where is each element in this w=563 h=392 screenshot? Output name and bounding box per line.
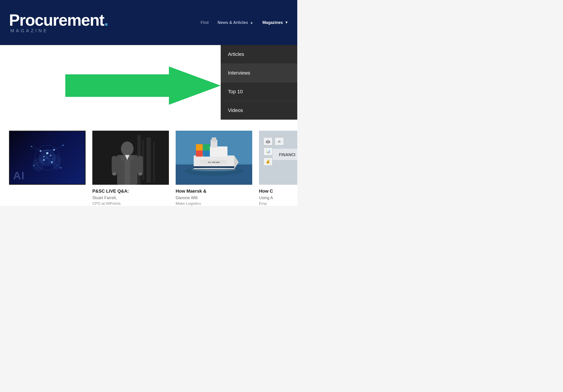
card-finance-excerpt: Emp (259, 201, 297, 206)
svg-rect-37 (112, 156, 117, 174)
card-psc-excerpt: CPO at AllPoints (92, 201, 169, 206)
card-finance[interactable]: 🤖 Ai 📊 FINANCI 💰 How C Using A Emp (259, 131, 297, 206)
content-area: Articles Interviews Top 10 Videos (0, 45, 297, 206)
nav-news-articles[interactable]: News & Articles ▲ (218, 18, 253, 27)
site-header: Procurement. MAGAZINE Find News & Articl… (0, 0, 297, 45)
find-link[interactable]: Find (201, 20, 208, 25)
logo-area[interactable]: Procurement. MAGAZINE (9, 12, 108, 33)
svg-text:💰: 💰 (266, 159, 270, 164)
svg-rect-52 (203, 144, 210, 150)
card-psc-subtitle: Stuart Farrell, (92, 195, 169, 201)
svg-rect-48 (212, 137, 216, 142)
cards-area: AI (0, 126, 297, 206)
nav-news-articles-chevron-icon: ▲ (250, 21, 253, 25)
card-psc[interactable]: P&SC LIVE Q&A: Stuart Farrell, CPO at Al… (92, 131, 169, 206)
svg-point-20 (62, 145, 64, 146)
svg-point-24 (52, 154, 61, 170)
logo-name: Procurement (9, 11, 104, 29)
svg-point-12 (46, 152, 48, 154)
nav-area: Find News & Articles ▲ Magazines ▼ (201, 18, 288, 27)
svg-text:🤖: 🤖 (266, 139, 270, 144)
dropdown-menu: Articles Interviews Top 10 Videos (221, 45, 297, 120)
svg-point-19 (31, 146, 32, 147)
nav-news-articles-label: News & Articles (218, 20, 248, 25)
card-maersk-subtitle: Danone Will (176, 195, 252, 201)
card-ai-image: AI (9, 131, 86, 185)
svg-rect-49 (196, 150, 203, 157)
logo-dot: . (104, 11, 108, 29)
svg-marker-0 (65, 66, 221, 105)
nav-magazines[interactable]: Magazines ▼ (262, 18, 288, 27)
dropdown-item-top10[interactable]: Top 10 (221, 82, 297, 101)
card-maersk[interactable]: ALL THE WAY How Maersk & Danone Will Mak… (176, 131, 252, 206)
svg-point-13 (50, 155, 51, 156)
card-maersk-image: ALL THE WAY (176, 131, 252, 185)
card-maersk-title: How Maersk & (176, 188, 252, 194)
nav-magazines-chevron-icon: ▼ (285, 21, 288, 25)
dropdown-videos-label: Videos (228, 107, 243, 113)
dropdown-item-videos[interactable]: Videos (221, 101, 297, 120)
svg-point-40 (138, 172, 142, 175)
finance-visual: 🤖 Ai 📊 FINANCI 💰 (259, 131, 297, 185)
svg-point-14 (43, 156, 45, 157)
dropdown-section: Articles Interviews Top 10 Videos (0, 45, 297, 126)
dropdown-top10-label: Top 10 (228, 89, 243, 94)
ai-text-overlay: AI (13, 170, 25, 182)
svg-text:📊: 📊 (266, 150, 270, 153)
svg-rect-28 (146, 137, 151, 183)
card-psc-image (92, 131, 169, 185)
card-finance-subtitle: Using A (259, 195, 297, 201)
card-psc-title: P&SC LIVE Q&A: (92, 188, 169, 194)
card-finance-image: 🤖 Ai 📊 FINANCI 💰 (259, 131, 297, 185)
svg-rect-38 (137, 156, 143, 174)
svg-point-21 (60, 167, 62, 169)
dropdown-item-articles[interactable]: Articles (221, 45, 297, 64)
card-finance-title: How C (259, 188, 297, 194)
card-maersk-excerpt: Make Logistics (176, 201, 252, 206)
svg-point-39 (112, 172, 117, 175)
svg-text:ALL THE WAY: ALL THE WAY (208, 161, 220, 163)
dropdown-articles-label: Articles (228, 51, 244, 57)
logo-text: Procurement. (9, 12, 108, 28)
logo-subtitle: MAGAZINE (10, 28, 48, 33)
svg-rect-29 (153, 142, 155, 183)
svg-text:Ai: Ai (278, 140, 281, 143)
svg-point-41 (120, 154, 134, 161)
svg-rect-51 (196, 144, 203, 150)
svg-rect-50 (203, 150, 210, 157)
svg-line-16 (54, 145, 63, 150)
svg-line-15 (32, 146, 40, 151)
nav-magazines-label: Magazines (262, 20, 283, 25)
psc-man-visual (92, 131, 169, 185)
svg-point-57 (192, 168, 236, 171)
svg-point-30 (121, 142, 134, 156)
svg-point-23 (33, 158, 44, 171)
maersk-ship-visual: ALL THE WAY (176, 131, 252, 185)
card-ai[interactable]: AI (9, 131, 86, 206)
svg-text:FINANCI: FINANCI (279, 153, 295, 157)
dropdown-item-interviews[interactable]: Interviews (221, 64, 297, 82)
dropdown-interviews-label: Interviews (228, 70, 250, 76)
